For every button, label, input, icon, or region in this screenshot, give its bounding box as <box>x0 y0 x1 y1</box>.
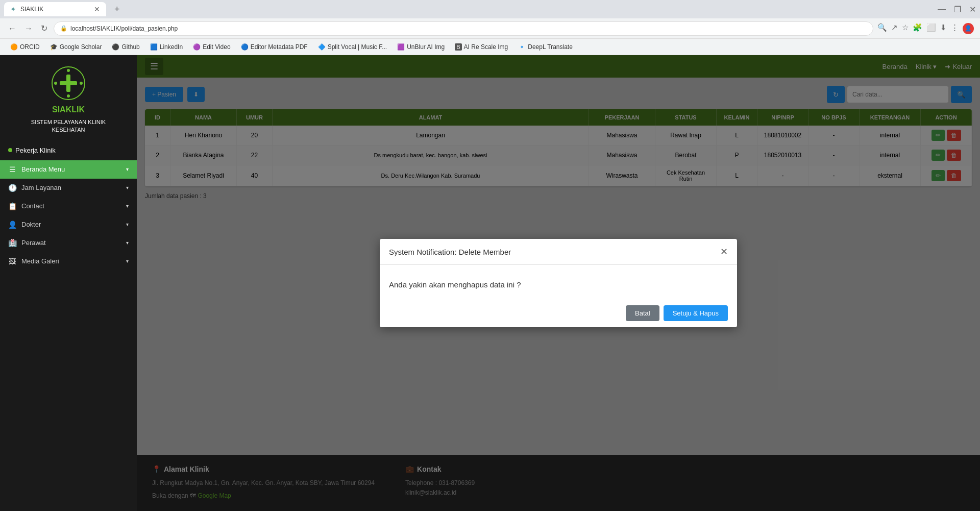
bookmark-split-vocal[interactable]: 🔷 Split Vocal | Music F... <box>314 42 391 52</box>
split-vocal-icon: 🔷 <box>318 43 326 51</box>
linkedin-icon: 🟦 <box>150 43 158 51</box>
svg-rect-2 <box>60 81 77 85</box>
minimize-button[interactable]: — <box>938 5 946 14</box>
reload-button[interactable]: ↻ <box>39 21 50 35</box>
chevron-dokter-icon: ▾ <box>126 222 129 227</box>
cast-button[interactable]: ⬜ <box>926 23 936 34</box>
page-content: SIAKLIK SISTEM PELAYANAN KLINIK KESEHATA… <box>0 55 980 511</box>
unblur-icon: 🟪 <box>397 43 405 51</box>
editor-pdf-icon: 🔵 <box>241 43 249 51</box>
download-button[interactable]: ⬇ <box>940 23 947 34</box>
deepl-icon: 🔹 <box>518 43 526 51</box>
bookmark-ai-rescale-label: AI Re Scale Img <box>464 43 508 51</box>
close-button[interactable]: ✕ <box>969 5 976 14</box>
sidebar-item-media-galeri-label: Media Galeri <box>21 257 59 265</box>
bookmark-split-vocal-label: Split Vocal | Music F... <box>328 43 387 51</box>
main-content: ☰ Beranda Klinik ▾ ➜ Keluar <box>137 55 980 511</box>
bookmark-edit-video[interactable]: 🟣 Edit Video <box>189 42 235 52</box>
maximize-button[interactable]: ❐ <box>954 5 961 14</box>
sidebar-item-jam-layanan[interactable]: 🕐 Jam Layanan ▾ <box>0 179 137 197</box>
zoom-button[interactable]: 🔍 <box>877 23 887 34</box>
confirm-delete-button[interactable]: Setuju & Hapus <box>664 305 728 321</box>
chevron-beranda-icon: ▾ <box>126 166 129 172</box>
modal-close-button[interactable]: ✕ <box>720 246 728 257</box>
bookmark-button[interactable]: ☆ <box>902 23 909 34</box>
sidebar-item-dokter[interactable]: 👤 Dokter ▾ <box>0 215 137 234</box>
back-button[interactable]: ← <box>6 22 18 35</box>
bookmark-github[interactable]: ⚫ Github <box>108 42 143 52</box>
bookmark-editor-pdf-label: Editor Metadata PDF <box>251 43 308 51</box>
bookmark-editor-pdf[interactable]: 🔵 Editor Metadata PDF <box>237 42 312 52</box>
chevron-perawat-icon: ▾ <box>126 240 129 246</box>
sidebar-item-dokter-label: Dokter <box>21 221 41 228</box>
sidebar-item-perawat[interactable]: 🏥 Perawat ▾ <box>0 234 137 252</box>
cancel-delete-button[interactable]: Batal <box>626 305 659 321</box>
menu-icon-contact: 📋 <box>8 202 16 210</box>
bookmark-ai-rescale[interactable]: B AI Re Scale Img <box>451 42 512 52</box>
menu-icon-dokter: 👤 <box>8 221 16 229</box>
logo-title: SIAKLIK <box>52 105 85 114</box>
modal-body: Anda yakin akan menghapus data ini ? <box>380 265 737 299</box>
sidebar-item-beranda-label: Beranda Menu <box>21 165 65 173</box>
sidebar-item-perawat-label: Perawat <box>21 239 46 247</box>
bookmark-unblur[interactable]: 🟪 UnBlur AI Img <box>393 42 449 52</box>
sidebar-menu: ☰ Beranda Menu ▾ 🕐 Jam Layanan ▾ 📋 Conta… <box>0 156 137 511</box>
bookmark-google-scholar[interactable]: 🎓 Google Scholar <box>46 42 106 52</box>
settings-button[interactable]: ⋮ <box>951 23 959 34</box>
orcid-icon: 🟠 <box>10 43 18 51</box>
sidebar-item-contact-label: Contact <box>21 202 44 210</box>
chevron-contact-icon: ▾ <box>126 203 129 209</box>
menu-icon-jam-layanan: 🕐 <box>8 184 16 192</box>
nav-actions: 🔍 ↗ ☆ 🧩 ⬜ ⬇ ⋮ 👤 <box>877 23 974 34</box>
logo-subtitle: SISTEM PELAYANAN KLINIK KESEHATAN <box>31 118 106 134</box>
bookmark-edit-video-label: Edit Video <box>203 43 231 51</box>
menu-icon-perawat: 🏥 <box>8 239 16 247</box>
modal-message: Anda yakin akan menghapus data ini ? <box>389 280 728 289</box>
sidebar-item-media-galeri[interactable]: 🖼 Media Galeri ▾ <box>0 252 137 271</box>
logo-icon <box>51 65 86 101</box>
user-badge: Pekerja Klinik <box>0 144 137 156</box>
user-name: Pekerja Klinik <box>15 147 56 154</box>
modal-header: System Notification: Delete Member ✕ <box>380 239 737 265</box>
bookmark-unblur-label: UnBlur AI Img <box>407 43 445 51</box>
extensions-button[interactable]: 🧩 <box>913 23 922 34</box>
google-scholar-icon: 🎓 <box>50 43 58 51</box>
delete-confirmation-modal: System Notification: Delete Member ✕ And… <box>380 239 737 327</box>
bookmark-orcid[interactable]: 🟠 ORCID <box>6 42 44 52</box>
user-status-dot <box>8 148 12 152</box>
bookmarks-bar: 🟠 ORCID 🎓 Google Scholar ⚫ Github 🟦 Link… <box>0 39 980 55</box>
bookmark-deepl-label: DeepL Translate <box>528 43 573 51</box>
share-button[interactable]: ↗ <box>891 23 898 34</box>
edit-video-icon: 🟣 <box>193 43 201 51</box>
url-text: localhost/SIAKLIK/poli/data_pasien.php <box>70 25 867 32</box>
svg-point-3 <box>67 69 70 72</box>
github-icon: ⚫ <box>112 43 119 51</box>
address-bar[interactable]: 🔒 localhost/SIAKLIK/poli/data_pasien.php <box>54 21 873 36</box>
bookmark-google-scholar-label: Google Scholar <box>60 43 102 51</box>
chevron-media-galeri-icon: ▾ <box>126 258 129 264</box>
nav-bar: ← → ↻ 🔒 localhost/SIAKLIK/poli/data_pasi… <box>0 18 980 39</box>
tab-title: SIAKLIK <box>20 6 90 13</box>
modal-footer: Batal Setuju & Hapus <box>380 299 737 327</box>
forward-button[interactable]: → <box>22 22 35 35</box>
menu-icon-beranda: ☰ <box>8 165 16 174</box>
bookmark-deepl[interactable]: 🔹 DeepL Translate <box>514 42 577 52</box>
bookmark-github-label: Github <box>121 43 139 51</box>
bookmark-linkedin-label: LinkedIn <box>160 43 183 51</box>
svg-point-5 <box>54 82 57 85</box>
tab-close-button[interactable]: ✕ <box>94 5 100 13</box>
sidebar-logo: SIAKLIK SISTEM PELAYANAN KLINIK KESEHATA… <box>0 55 137 144</box>
sidebar-item-beranda[interactable]: ☰ Beranda Menu ▾ <box>0 160 137 179</box>
active-tab[interactable]: ✦ SIAKLIK ✕ <box>4 2 106 16</box>
sidebar-item-contact[interactable]: 📋 Contact ▾ <box>0 197 137 215</box>
profile-avatar[interactable]: 👤 <box>963 23 974 34</box>
window-controls: — ❐ ✕ <box>938 5 976 14</box>
ai-rescale-icon: B <box>455 43 461 51</box>
modal-title: System Notification: Delete Member <box>389 248 511 256</box>
tab-favicon: ✦ <box>10 5 16 13</box>
bookmark-linkedin[interactable]: 🟦 LinkedIn <box>146 42 187 52</box>
menu-icon-media-galeri: 🖼 <box>8 257 16 265</box>
sidebar-item-jam-layanan-label: Jam Layanan <box>21 184 61 191</box>
title-bar: ✦ SIAKLIK ✕ + — ❐ ✕ <box>0 0 980 18</box>
new-tab-button[interactable]: + <box>110 2 124 17</box>
